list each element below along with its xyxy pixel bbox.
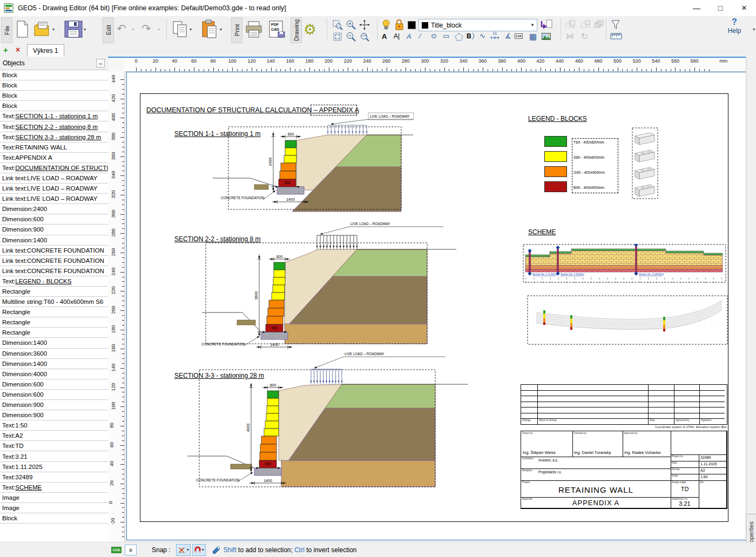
object-list-item[interactable]: Block xyxy=(0,91,108,101)
redo-dropdown-arrow[interactable]: ▾ xyxy=(158,27,160,32)
object-list-item[interactable]: Text: SECTION 3-3 - stationing 28 m xyxy=(0,132,108,142)
object-list-item[interactable]: Dimension: 900 xyxy=(0,410,108,420)
object-list-item[interactable]: Link text: CONCRETE FOUNDATION xyxy=(0,266,108,276)
object-list-item[interactable]: Dimension: 600 xyxy=(0,390,108,400)
minimize-button[interactable]: — xyxy=(685,0,708,16)
text-style-button[interactable]: A xyxy=(407,32,411,40)
copy-stack-button[interactable] xyxy=(593,19,605,29)
object-list-item[interactable]: Image xyxy=(0,493,108,503)
object-list-item[interactable]: Text: 3.21 xyxy=(0,451,108,461)
paste-dropdown-arrow[interactable]: ▾ xyxy=(220,27,222,32)
object-list-item[interactable]: Rectangle xyxy=(0,287,108,297)
object-list-item[interactable]: Rectangle xyxy=(0,328,108,338)
object-list-item[interactable]: Dimension: 600 xyxy=(0,214,108,225)
object-list-item[interactable]: Dimension: 1400 xyxy=(0,338,108,348)
zoom-window-button[interactable] xyxy=(332,19,343,30)
print-button[interactable] xyxy=(245,20,263,38)
draw-circle-button[interactable]: ⊙ xyxy=(431,32,437,39)
snap-mode-button[interactable]: ▾ xyxy=(176,544,191,556)
object-list-item[interactable]: Dimension: 1400 xyxy=(0,235,108,246)
settings-gear-icon[interactable]: ⚙ xyxy=(303,21,316,38)
object-list-item[interactable]: Text: SECTION 2-2 - stationing 8 m xyxy=(0,121,108,132)
add-tab-button[interactable]: + xyxy=(3,45,8,55)
object-list-item[interactable]: Link text: CONCRETE FOUNDATION xyxy=(0,246,108,256)
edit-menu-button[interactable]: Edit xyxy=(103,17,114,43)
object-list-item[interactable]: Dimension: 900 xyxy=(0,400,108,410)
object-list-item[interactable]: Text: 1.11.2025 xyxy=(0,462,108,472)
object-list-item[interactable]: Rectangle xyxy=(0,307,108,317)
close-button[interactable]: × xyxy=(732,0,756,16)
object-list-item[interactable]: Link text: LIVE LOAD – ROADWAY xyxy=(0,173,108,184)
pan-button[interactable] xyxy=(359,19,370,30)
close-tab-button[interactable]: × xyxy=(16,45,20,54)
save-button[interactable]: ▾ xyxy=(64,20,86,38)
object-list-item[interactable]: Block xyxy=(0,101,108,111)
drawing-viewport[interactable]: DOCUMENTATION OF STRUCTURAL CALCULATION … xyxy=(124,71,746,542)
undo-button[interactable]: ↶ xyxy=(117,23,126,34)
object-list-item[interactable]: Dimension: 1400 xyxy=(0,359,108,369)
zoom-previous-button[interactable] xyxy=(359,31,370,42)
object-list-item[interactable]: Text: APPENDIX A xyxy=(0,153,108,163)
save-dropdown-arrow[interactable]: ▾ xyxy=(84,27,86,32)
object-list-item[interactable]: Text: SCHEME xyxy=(0,483,108,493)
insert-image-button[interactable] xyxy=(542,33,551,40)
pdf-cad-export-button[interactable]: PDF CAD xyxy=(268,20,286,38)
zoom-out-button[interactable] xyxy=(346,31,356,42)
help-dropdown-arrow[interactable]: ▾ xyxy=(753,27,755,32)
legend-title[interactable]: LEGEND - BLOCKS xyxy=(528,115,587,123)
object-list-item[interactable]: Dimension: 600 xyxy=(0,379,108,390)
mirror-button[interactable]: ⋈ xyxy=(566,31,574,41)
redo-button[interactable]: ↷ xyxy=(141,23,151,34)
object-list-item[interactable]: Text: DOCUMENTATION OF STRUCTURAL CALCUL… xyxy=(0,163,108,173)
object-list-item[interactable]: Block xyxy=(0,513,108,524)
object-list-item[interactable]: Image xyxy=(0,503,108,513)
add-text-button[interactable]: A xyxy=(382,32,387,40)
move-to-layer-button[interactable] xyxy=(540,19,553,31)
collapse-panel-button[interactable]: – xyxy=(96,59,105,67)
layer-visibility-button[interactable] xyxy=(381,19,391,31)
edit-text-button[interactable]: A| xyxy=(394,32,400,40)
dimension-button[interactable]: 11↤↦ xyxy=(490,31,500,40)
print-menu-button[interactable]: Print xyxy=(231,17,242,43)
object-list-item[interactable]: Text: LEGEND - BLOCKS xyxy=(0,276,108,287)
draw-polygon-button[interactable] xyxy=(455,33,463,41)
snap-mode-dropdown[interactable]: ▾ xyxy=(187,547,189,552)
object-list-item[interactable]: Text: 1:50 xyxy=(0,420,108,431)
draw-bspline-button[interactable]: B xyxy=(467,32,476,40)
layers-list-button[interactable]: ≡ xyxy=(125,545,137,555)
object-list-item[interactable]: Link text: LIVE LOAD – ROADWAY xyxy=(0,194,108,204)
object-list-item[interactable]: Block xyxy=(0,80,108,91)
object-list-item[interactable]: Text: RETAINING WALL xyxy=(0,142,108,153)
layer-lock-button[interactable] xyxy=(394,19,404,31)
angle-dimension-button[interactable]: ∡ xyxy=(505,32,511,39)
layer-combobox[interactable]: Title_block ▼ xyxy=(418,19,537,31)
layer-combobox-arrow[interactable]: ▼ xyxy=(530,23,535,28)
object-list-item[interactable]: Link text: LIVE LOAD – ROADWAY xyxy=(0,184,108,194)
open-dropdown-arrow[interactable]: ▾ xyxy=(52,27,55,32)
zoom-extents-button[interactable] xyxy=(332,31,343,42)
copy-dropdown-arrow[interactable]: ▾ xyxy=(190,27,192,32)
object-list-item[interactable]: Dimension: 2400 xyxy=(0,204,108,214)
open-file-button[interactable]: ▾ xyxy=(33,21,55,38)
object-list-item[interactable]: Dimension: 3600 xyxy=(0,349,108,359)
magnet-dropdown[interactable]: ▾ xyxy=(202,547,204,552)
draw-line-button[interactable]: ∕ xyxy=(420,32,421,39)
undo-dropdown-arrow[interactable]: ▾ xyxy=(132,27,134,32)
copy-object-multi-button[interactable] xyxy=(580,19,592,29)
object-list-item[interactable]: Text: TD xyxy=(0,441,108,451)
object-list-item[interactable]: Multiline string: T60 - 400x600mm S6 xyxy=(0,297,108,307)
object-list-item[interactable]: Dimension: 4000 xyxy=(0,369,108,379)
color-swatch[interactable] xyxy=(408,21,416,29)
object-list-item[interactable]: Rectangle xyxy=(0,317,108,328)
file-menu-button[interactable]: File xyxy=(1,17,12,43)
maximize-button[interactable]: □ xyxy=(708,0,732,16)
help-button[interactable]: ? Help ▾ xyxy=(718,17,751,35)
measure-button[interactable] xyxy=(610,33,622,40)
object-list-item[interactable]: Link text: CONCRETE FOUNDATION xyxy=(0,256,108,266)
draw-rectangle-button[interactable]: ▭ xyxy=(443,32,449,39)
object-list-item[interactable]: Block xyxy=(0,70,108,80)
object-list-item[interactable]: Text: 32489 xyxy=(0,472,108,483)
insert-table-button[interactable]: ▦ xyxy=(529,32,537,40)
magnet-snap-button[interactable]: ▾ xyxy=(192,544,206,556)
filter-button[interactable] xyxy=(610,19,621,30)
